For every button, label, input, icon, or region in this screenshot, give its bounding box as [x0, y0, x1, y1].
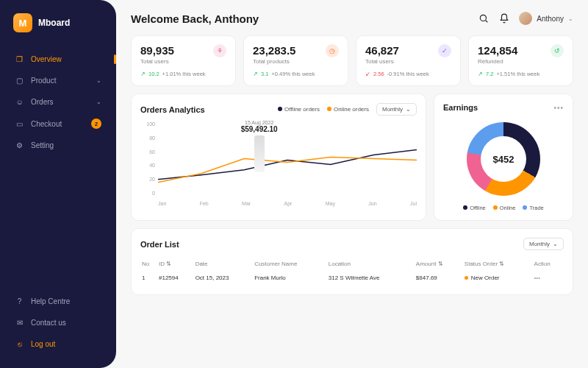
more-icon[interactable]: ••• — [553, 104, 564, 112]
earnings-card: Earnings ••• $452 Offline Online Trade — [434, 93, 573, 221]
stat-card-products[interactable]: 23,283.5 Total products ◷ ↗ 3.1 +0.49% t… — [243, 35, 348, 86]
tooltip-value: $59,492.10 — [241, 125, 278, 133]
cell-customer: Frank Murlo — [253, 270, 327, 286]
cell-date: Oct 15, 2023 — [194, 270, 254, 286]
avatar — [519, 12, 532, 25]
period-dropdown[interactable]: Monthly⌄ — [376, 103, 417, 116]
refund-icon: ↺ — [551, 44, 564, 57]
table-row[interactable]: 1 #12594 Oct 15, 2023 Frank Murlo 312 S … — [140, 270, 564, 286]
users-icon: ⚘ — [213, 44, 226, 57]
legend-offline: Offline orders — [278, 106, 320, 113]
col-action[interactable]: Action — [533, 258, 564, 270]
sidebar-item-label: Help Centre — [31, 297, 70, 305]
checkout-badge: 2 — [91, 118, 101, 129]
chart-body: 100806040200 15 Aug 2022 $59,492.10 JanF… — [140, 121, 417, 206]
stat-card-users2[interactable]: 46,827 Total users ✓ ↙ 2.56 -0.91% this … — [356, 35, 461, 86]
logout-icon: ⎋ — [15, 339, 24, 349]
cell-action[interactable]: ••• — [533, 270, 564, 286]
trend-down-icon: ↙ — [365, 71, 370, 77]
chat-icon: ✉ — [15, 318, 24, 328]
sort-icon: ⇅ — [438, 261, 443, 267]
sidebar-item-label: Log out — [31, 340, 55, 348]
brand-logo[interactable]: M Mboard — [0, 13, 116, 49]
order-list-card: Order List Monthly⌄ No ID ⇅ Date Custome… — [131, 228, 573, 295]
stat-label: Total users — [365, 58, 399, 65]
topbar: Welcome Back, Anthony Anthony ⌄ — [131, 12, 573, 25]
legend-online: Online orders — [327, 106, 369, 113]
stat-card-refunded[interactable]: 124,854 Refunded ↺ ↗ 7.2 +1.51% this wee… — [468, 35, 573, 86]
col-id[interactable]: ID ⇅ — [157, 258, 194, 270]
products-icon: ◷ — [326, 44, 339, 57]
chart-icon: ❒ — [15, 54, 24, 64]
donut-center: $452 — [481, 136, 526, 182]
line-chart[interactable]: 15 Aug 2022 $59,492.10 — [158, 121, 417, 196]
sidebar-item-contact[interactable]: ✉ Contact us — [6, 312, 110, 333]
donut-chart[interactable]: $452 — [467, 122, 540, 196]
chart-tooltip: 15 Aug 2022 $59,492.10 — [241, 120, 278, 172]
main-content: Welcome Back, Anthony Anthony ⌄ 89,935 T… — [116, 0, 588, 368]
cell-location: 312 S Wilmette Ave — [327, 270, 415, 286]
order-list-title: Order List — [140, 240, 179, 249]
col-no[interactable]: No — [140, 258, 157, 270]
trend-up-icon: ↗ — [478, 71, 483, 77]
sidebar-item-logout[interactable]: ⎋ Log out — [6, 333, 110, 355]
order-table: No ID ⇅ Date Customer Name Location Amou… — [140, 258, 564, 286]
search-icon[interactable] — [478, 13, 490, 24]
sort-icon: ⇅ — [499, 261, 504, 267]
sort-icon: ⇅ — [166, 261, 171, 267]
svg-line-1 — [486, 21, 488, 23]
chevron-down-icon: ⌄ — [96, 77, 101, 84]
stat-card-users[interactable]: 89,935 Total users ⚘ ↗ 10.2 +1.01% this … — [131, 35, 236, 86]
sidebar-item-label: Checkout — [31, 120, 62, 128]
sidebar-item-orders[interactable]: ☺ Orders ⌄ — [6, 91, 110, 113]
col-status[interactable]: Status Order ⇅ — [463, 258, 533, 270]
sidebar-item-product[interactable]: ▢ Product ⌄ — [6, 70, 110, 91]
sidebar: M Mboard ❒ Overview ▢ Product ⌄ ☺ Orders… — [0, 0, 116, 368]
bell-icon[interactable] — [498, 13, 510, 24]
trend-text: +0.49% this week — [271, 71, 315, 77]
earnings-title: Earnings — [443, 103, 478, 112]
box-icon: ▢ — [15, 76, 24, 85]
sidebar-item-setting[interactable]: ⚙ Setting — [6, 135, 110, 156]
stat-label: Refunded — [478, 58, 517, 65]
logo-badge: M — [13, 13, 32, 32]
username: Anthony — [537, 15, 564, 23]
check-icon: ✓ — [438, 44, 451, 57]
sidebar-item-overview[interactable]: ❒ Overview — [6, 49, 110, 70]
user-menu[interactable]: Anthony ⌄ — [519, 12, 573, 25]
sidebar-nav: ❒ Overview ▢ Product ⌄ ☺ Orders ⌄ ▭ Chec… — [0, 49, 116, 291]
table-header-row: No ID ⇅ Date Customer Name Location Amou… — [140, 258, 564, 270]
trend-value: 10.2 — [148, 71, 159, 77]
sidebar-item-help[interactable]: ? Help Centre — [6, 291, 110, 312]
col-customer[interactable]: Customer Name — [253, 258, 327, 270]
svg-point-0 — [481, 15, 487, 21]
trend-up-icon: ↗ — [253, 71, 258, 77]
trend-value: 2.56 — [373, 71, 384, 77]
sidebar-item-checkout[interactable]: ▭ Checkout 2 — [6, 113, 110, 135]
x-axis: JanFebMarAprMayJunJul — [158, 201, 417, 206]
stat-value: 46,827 — [365, 44, 399, 57]
chevron-down-icon: ⌄ — [406, 106, 411, 113]
trend-text: -0.91% this week — [387, 71, 429, 77]
chart-legend: Offline orders Online orders Monthly⌄ — [278, 103, 417, 116]
trend-text: +1.01% this week — [162, 71, 206, 77]
cell-status: New Order — [463, 270, 533, 286]
stat-label: Total users — [140, 58, 174, 65]
page-title: Welcome Back, Anthony — [131, 13, 259, 25]
col-amount[interactable]: Amount ⇅ — [415, 258, 463, 270]
trend-text: +1.51% this week — [496, 71, 539, 77]
trend-value: 7.2 — [486, 71, 493, 77]
cell-amount: $847.69 — [415, 270, 463, 286]
card-icon: ▭ — [15, 119, 24, 129]
status-dot-icon — [465, 276, 468, 280]
chart-title: Orders Analytics — [140, 105, 205, 114]
col-date[interactable]: Date — [194, 258, 254, 270]
col-location[interactable]: Location — [327, 258, 415, 270]
sidebar-item-label: Contact us — [31, 319, 66, 327]
chevron-down-icon: ⌄ — [553, 241, 558, 247]
chevron-down-icon: ⌄ — [568, 15, 573, 22]
sidebar-item-label: Orders — [31, 98, 54, 106]
order-period-dropdown[interactable]: Monthly⌄ — [523, 238, 564, 250]
user-icon: ☺ — [15, 97, 24, 107]
y-axis: 100806040200 — [140, 121, 155, 196]
